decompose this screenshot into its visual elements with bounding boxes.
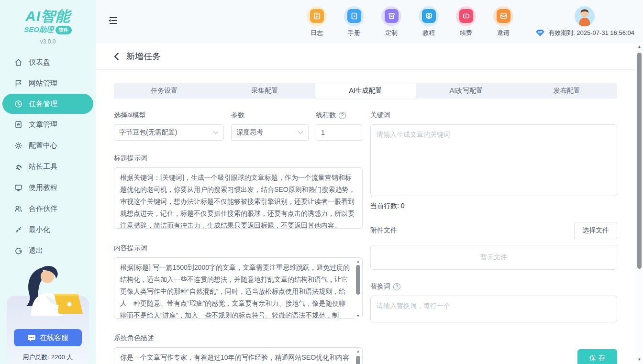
content-prompt-textarea[interactable]: 根据[标题] 写一篇1500到2000字的文章，文章需要注重思维跳跃，避免过度的…	[114, 257, 363, 319]
minimize-icon	[14, 226, 22, 234]
scroll-down-icon[interactable]: ▼	[356, 313, 360, 320]
sidebar-item-websites[interactable]: 网站管理	[0, 73, 96, 94]
back-button[interactable]	[114, 52, 119, 61]
shortcut-invite[interactable]: 邀请	[491, 6, 516, 37]
sidebar-collapse-button[interactable]	[108, 16, 118, 27]
app-logo: AI智能 SEO助理 软件 v3.0.0	[0, 0, 96, 45]
shortcut-manual[interactable]: 手册	[342, 6, 366, 37]
home-icon	[14, 58, 22, 66]
choose-file-button[interactable]: 选择文件	[574, 222, 617, 239]
document-icon	[14, 121, 22, 129]
tab-ai-rewrite-config[interactable]: AI改写配置	[416, 83, 516, 99]
tab-publish-config[interactable]: 发布配置	[517, 83, 617, 99]
system-role-scrollbar[interactable]: ▲ ▼	[355, 348, 362, 364]
flag-icon	[14, 79, 22, 88]
manual-icon	[347, 9, 361, 23]
sidebar-item-dashboard[interactable]: 仪表盘	[0, 52, 96, 73]
sidebar-item-label: 网站管理	[29, 79, 57, 88]
scroll-up-icon[interactable]: ▲	[356, 258, 360, 265]
logo-title: AI智能	[0, 7, 96, 26]
shortcut-renew[interactable]: 续费	[454, 6, 478, 37]
sidebar-item-tutorial[interactable]: 使用教程	[0, 177, 96, 198]
system-role-textarea[interactable]: 你是一个文章写作专家，有着超过10年的写作经验，精通网站SEO优化和内容创作，你…	[114, 347, 363, 364]
people-icon	[14, 205, 22, 213]
custom-icon	[385, 9, 399, 23]
sidebar-item-articles[interactable]: 文章管理	[0, 114, 96, 135]
shortcut-label: 续费	[460, 29, 472, 37]
avatar[interactable]	[575, 6, 595, 26]
chevron-down-icon	[298, 131, 303, 134]
attachment-label: 附件文件	[370, 226, 397, 235]
app-version: v3.0.0	[0, 38, 96, 45]
attachment-dropzone[interactable]: 暂无文件	[370, 245, 617, 270]
scrollbar-thumb[interactable]	[356, 356, 360, 364]
title-prompt-textarea[interactable]: 根据关键词：[关键词]，生成一个吸引眼球的文章标题，作为一个流量营销和标题优化的…	[114, 167, 363, 229]
param-label: 参数	[231, 111, 309, 120]
tutorial-icon	[422, 9, 436, 23]
threads-input[interactable]	[321, 129, 357, 136]
replace-words-help-icon[interactable]	[393, 283, 400, 290]
chevron-left-icon	[114, 52, 119, 61]
keywords-textarea[interactable]	[370, 124, 617, 196]
sidebar-item-label: 配置中心	[29, 141, 57, 150]
threads-label: 线程数	[316, 111, 336, 120]
wrench-icon	[14, 163, 22, 171]
system-role-label: 系统角色描述	[114, 334, 363, 342]
sidebar-item-label: 文章管理	[29, 120, 57, 129]
task-form: 选择ai模型 字节豆包(无需配置) 参数 深度思考 线程数	[114, 111, 617, 364]
sidebar-item-config[interactable]: 配置中心	[0, 135, 96, 156]
sidebar-item-label: 最小化	[29, 225, 50, 234]
sidebar-item-partners[interactable]: 合作伙伴	[0, 198, 96, 219]
page-title: 新增任务	[126, 51, 161, 62]
sidebar-item-tasks[interactable]: 任务管理	[2, 94, 93, 114]
threads-help-icon[interactable]	[339, 112, 346, 119]
shortcut-tutorial[interactable]: 教程	[416, 6, 441, 37]
vip-badge-icon: VIP	[535, 29, 545, 37]
ai-model-select[interactable]: 字节豆包(无需配置)	[114, 124, 224, 141]
sidebar-item-label: 仪表盘	[29, 58, 50, 67]
collapse-menu-icon	[108, 16, 118, 25]
renew-icon	[459, 9, 473, 23]
tab-ai-generate-config[interactable]: AI生成配置	[315, 83, 416, 99]
page-header: 新增任务	[96, 43, 643, 70]
shortcut-label: 手册	[348, 29, 360, 37]
clock-icon	[14, 100, 22, 108]
sidebar-item-label: 退出	[29, 246, 43, 255]
shortcut-label: 教程	[422, 29, 435, 37]
sidebar-item-label: 任务管理	[29, 99, 57, 109]
scrollbar-thumb[interactable]	[356, 265, 360, 295]
total-users-text: 用户总数: 2200 人	[7, 353, 89, 362]
shortcut-log[interactable]: 日志	[304, 6, 329, 37]
shortcut-label: 定制	[385, 29, 398, 37]
replace-words-label: 替换词	[370, 282, 390, 291]
scroll-down-icon[interactable]: ▼	[636, 357, 643, 362]
sidebar-item-label: 合作伙伴	[29, 204, 57, 213]
sidebar-item-webmaster-tools[interactable]: 站长工具	[0, 156, 96, 177]
save-button[interactable]: 保存	[577, 349, 617, 364]
scrollbar-thumb[interactable]	[637, 53, 642, 269]
ai-model-value: 字节豆包(无需配置)	[119, 128, 177, 137]
param-select[interactable]: 深度思考	[231, 124, 309, 141]
scroll-up-icon[interactable]: ▲	[636, 44, 643, 49]
tab-task-settings[interactable]: 任务设置	[114, 83, 214, 99]
online-support-button[interactable]: 在线客服	[14, 329, 82, 346]
no-file-text: 暂无文件	[480, 253, 507, 262]
sidebar-item-minimize[interactable]: 最小化	[0, 219, 96, 240]
tab-collect-config[interactable]: 采集配置	[214, 83, 315, 99]
invite-icon	[497, 9, 510, 23]
logout-icon	[14, 247, 22, 255]
page-scrollbar[interactable]: ▲ ▼	[636, 43, 643, 364]
topbar-shortcuts: 日志 手册 定制 教程	[304, 6, 516, 37]
shortcut-custom[interactable]: 定制	[379, 6, 404, 37]
svg-text:VIP: VIP	[538, 31, 543, 33]
monitor-icon	[14, 184, 22, 192]
scroll-up-icon[interactable]: ▲	[356, 348, 360, 355]
replace-words-textarea[interactable]	[370, 296, 617, 322]
user-account: VIP 有效期到: 2025-07-31 16:56:04	[529, 6, 640, 37]
sidebar-item-logout[interactable]: 退出	[0, 240, 96, 261]
log-icon	[310, 9, 324, 23]
sidebar-menu: 仪表盘 网站管理 任务管理 文章管理 配置中心 站长工具 使用教程 合作伙伴	[0, 52, 96, 261]
content-prompt-scrollbar[interactable]: ▲ ▼	[355, 258, 362, 320]
chevron-down-icon	[213, 131, 219, 134]
shortcut-label: 邀请	[497, 29, 510, 37]
